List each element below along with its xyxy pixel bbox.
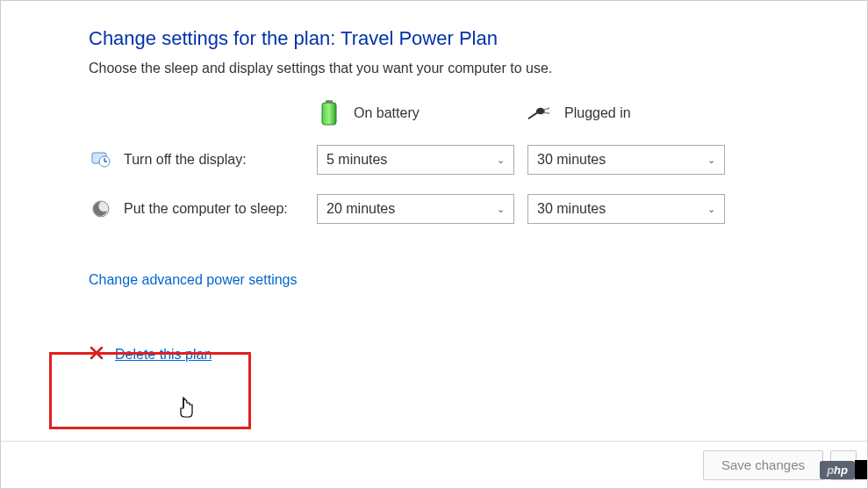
sleep-plugged-select[interactable]: 30 minutes ⌄ [527,194,725,224]
svg-rect-1 [322,103,336,125]
save-button[interactable]: Save changes [703,450,823,480]
column-header-plugged-label: Plugged in [564,105,631,121]
chevron-down-icon: ⌄ [707,155,715,166]
svg-line-3 [544,108,549,110]
chevron-down-icon: ⌄ [497,155,505,166]
watermark-tail [855,460,867,479]
display-battery-select[interactable]: 5 minutes ⌄ [317,145,514,175]
plug-icon [527,101,552,126]
delete-plan-link[interactable]: Delete this plan [115,347,212,363]
chevron-down-icon: ⌄ [707,204,715,215]
sleep-moon-icon [89,197,113,221]
row-display-label: Turn off the display: [89,147,317,172]
svg-line-4 [544,112,549,113]
display-timer-icon [89,147,113,172]
sleep-battery-select[interactable]: 20 minutes ⌄ [317,194,514,224]
column-header-plugged: Plugged in [527,101,738,126]
svg-point-2 [536,108,545,114]
column-header-battery-label: On battery [354,105,420,121]
display-plugged-select[interactable]: 30 minutes ⌄ [527,145,725,175]
chevron-down-icon: ⌄ [497,204,505,215]
watermark-badge: php [820,461,855,479]
cursor-icon [176,396,197,424]
column-header-battery: On battery [317,101,527,126]
advanced-settings-link[interactable]: Change advanced power settings [89,272,298,287]
battery-icon [317,101,341,126]
page-title: Change settings for the plan: Travel Pow… [89,27,867,50]
row-sleep-label: Put the computer to sleep: [89,197,317,221]
page-subtitle: Choose the sleep and display settings th… [89,61,867,76]
footer-bar: Save changes C [1,441,867,488]
delete-x-icon [89,345,104,364]
